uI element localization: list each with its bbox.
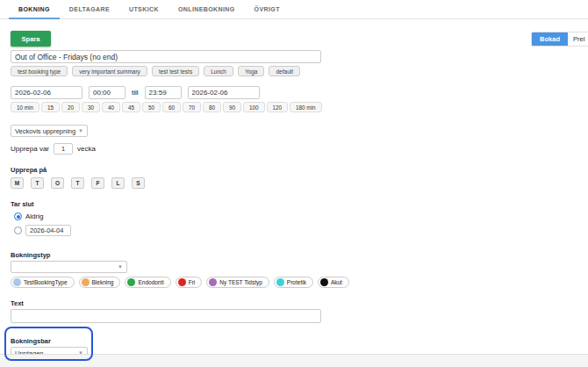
- ends-on-date-row: [14, 225, 333, 236]
- recurrence-frequency-value: Veckovis upprepning: [15, 127, 75, 135]
- booking-form-screen: BOKNING DELTAGARE UTSKICK ONLINEBOKNING …: [0, 0, 588, 367]
- duration-chip[interactable]: 100: [243, 102, 265, 112]
- duration-chip[interactable]: 10 min: [11, 102, 39, 112]
- duration-presets-row: 10 min 15 20 30 40 45 50 60 70 80 90 100…: [11, 102, 333, 112]
- duration-chip[interactable]: 90: [223, 102, 241, 112]
- tab-deltagare-label: DELTAGARE: [69, 6, 110, 12]
- booking-type-chip[interactable]: TestBookingType: [11, 277, 75, 288]
- recurrence-end-date-input[interactable]: [25, 225, 71, 236]
- duration-chip[interactable]: 180 min: [290, 102, 321, 112]
- bookable-label: Bokningsbar: [11, 337, 333, 345]
- booking-title-input[interactable]: [11, 50, 321, 63]
- tag-chip[interactable]: test test tests: [152, 66, 199, 76]
- text-label: Text: [11, 299, 333, 307]
- duration-chip[interactable]: 120: [267, 102, 289, 112]
- duration-chip[interactable]: 40: [102, 102, 120, 112]
- weekday-button-tuesday[interactable]: T: [31, 177, 44, 189]
- tab-onlinebokning-label: ONLINEBOKNING: [178, 6, 235, 12]
- type-color-dot: [320, 278, 328, 286]
- ends-on-date-radio[interactable]: [14, 227, 22, 234]
- tag-chip[interactable]: Yoga: [238, 66, 265, 76]
- type-chip-label: Endodonti: [138, 279, 163, 285]
- weekday-button-saturday[interactable]: L: [111, 177, 125, 189]
- tag-chip[interactable]: very important summary: [72, 66, 147, 76]
- ends-never-radio[interactable]: [14, 212, 22, 220]
- repeat-interval-row: Upprepa var vecka: [11, 143, 333, 155]
- text-input[interactable]: [11, 309, 321, 323]
- start-time-input[interactable]: [89, 86, 125, 99]
- weekday-button-sunday[interactable]: S: [132, 177, 145, 189]
- tag-chip[interactable]: test booking type: [11, 66, 68, 76]
- ends-never-label: Aldrig: [25, 212, 43, 220]
- duration-chip[interactable]: 50: [142, 102, 161, 112]
- footer-strip: [0, 354, 588, 367]
- booking-type-chip[interactable]: Fri: [176, 277, 203, 288]
- type-color-dot: [209, 278, 217, 286]
- toolbar: Spara Bokad Prel: [0, 31, 588, 47]
- ends-never-row: Aldrig: [14, 212, 333, 220]
- booking-type-select[interactable]: ▼: [11, 261, 127, 273]
- chevron-down-icon: ▼: [78, 128, 83, 133]
- type-color-dot: [127, 278, 135, 286]
- weekday-buttons-row: M T O T F L S: [11, 177, 333, 189]
- duration-chip[interactable]: 30: [82, 102, 100, 112]
- type-chip-label: Fri: [189, 279, 196, 285]
- duration-chip[interactable]: 70: [183, 102, 201, 112]
- recurrence-frequency-select[interactable]: Veckovis upprepning ▼: [11, 125, 88, 137]
- duration-chip[interactable]: 60: [162, 102, 181, 112]
- booking-type-chip[interactable]: Protetik: [274, 277, 313, 288]
- tab-onlinebokning[interactable]: ONLINEBOKNING: [169, 0, 245, 18]
- type-color-dot: [82, 278, 90, 286]
- type-chip-label: Protetik: [287, 279, 306, 285]
- repeat-interval-input[interactable]: [54, 143, 73, 155]
- active-tab-underline: [9, 18, 60, 19]
- tab-ovrigt-label: ÖVRIGT: [255, 6, 280, 12]
- tag-chip[interactable]: default: [269, 66, 300, 76]
- ends-label: Tar slut: [11, 200, 333, 208]
- start-date-input[interactable]: [11, 86, 82, 99]
- tab-bokning-label: BOKNING: [18, 6, 50, 12]
- until-label: till: [132, 89, 139, 97]
- type-chip-label: TestBookingType: [24, 279, 68, 285]
- duration-chip[interactable]: 20: [61, 102, 80, 112]
- repeat-unit-label: vecka: [77, 145, 96, 153]
- booking-type-chip[interactable]: Blekning: [79, 277, 121, 288]
- type-color-dot: [178, 278, 186, 286]
- duration-chip[interactable]: 80: [203, 102, 221, 112]
- chevron-down-icon: ▼: [118, 264, 123, 270]
- tab-utskick[interactable]: UTSKICK: [119, 0, 169, 18]
- weekday-button-friday[interactable]: F: [91, 177, 104, 189]
- booking-type-label: Bokningstyp: [11, 251, 333, 259]
- status-toggle-group: Bokad Prel: [531, 32, 588, 47]
- end-date-input[interactable]: [188, 86, 260, 99]
- booking-type-chip[interactable]: Ny TEST Tidstyp: [206, 277, 269, 288]
- booking-form: test booking type very important summary…: [0, 50, 333, 359]
- tab-deltagare[interactable]: DELTAGARE: [60, 0, 119, 18]
- tab-utskick-label: UTSKICK: [129, 6, 159, 12]
- tab-bokning[interactable]: BOKNING: [9, 0, 60, 18]
- tag-suggestions-row: test booking type very important summary…: [11, 66, 333, 76]
- repeat-on-label: Upprepa på: [11, 166, 333, 174]
- status-preliminary-button[interactable]: Prel: [568, 32, 588, 46]
- weekday-button-thursday[interactable]: T: [71, 177, 84, 189]
- type-color-dot: [276, 278, 284, 286]
- status-booked-button[interactable]: Bokad: [532, 32, 568, 46]
- duration-chip[interactable]: 15: [41, 102, 60, 112]
- type-color-dot: [13, 278, 21, 286]
- weekday-button-wednesday[interactable]: O: [51, 177, 64, 189]
- duration-chip[interactable]: 45: [122, 102, 140, 112]
- booking-type-chip[interactable]: Akut: [318, 277, 349, 288]
- tab-bar: BOKNING DELTAGARE UTSKICK ONLINEBOKNING …: [0, 0, 588, 19]
- type-chip-label: Blekning: [92, 279, 114, 285]
- tag-chip[interactable]: Lunch: [204, 66, 233, 76]
- weekday-button-monday[interactable]: M: [11, 177, 24, 189]
- type-chip-label: Akut: [331, 279, 342, 285]
- end-time-input[interactable]: [145, 86, 182, 99]
- booking-type-chip[interactable]: Endodonti: [125, 277, 170, 288]
- repeat-every-label: Upprepa var: [11, 145, 49, 153]
- type-chip-label: Ny TEST Tidstyp: [219, 279, 262, 285]
- schedule-row: till: [11, 86, 333, 99]
- save-button[interactable]: Spara: [11, 31, 51, 47]
- tab-ovrigt[interactable]: ÖVRIGT: [245, 0, 290, 18]
- booking-type-options-row: TestBookingType Blekning Endodonti Fri N…: [11, 277, 333, 288]
